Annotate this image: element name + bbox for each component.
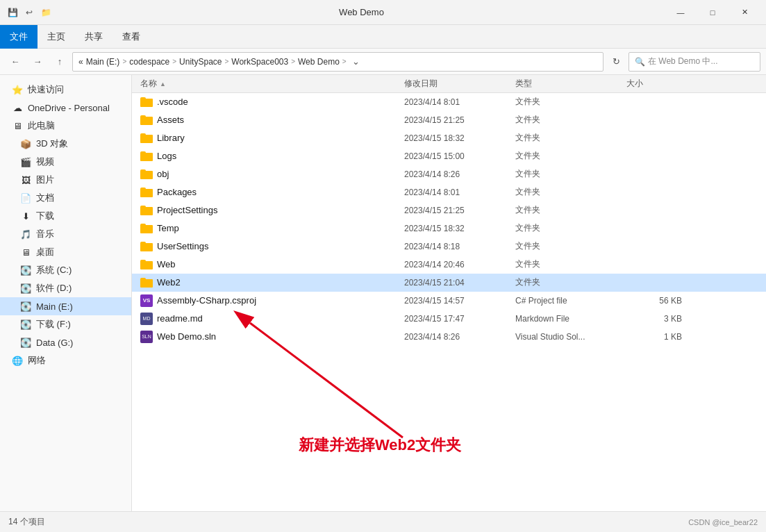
maximize-button[interactable]: □ [697,0,728,25]
sidebar-item-this-pc[interactable]: 🖥 此电脑 [0,117,131,135]
sidebar-item-c[interactable]: 💽 系统 (C:) [0,261,131,279]
file-name: Assets [157,115,184,125]
file-name-cell: Library [140,133,404,143]
col-size[interactable]: 大小 [626,78,682,90]
search-box[interactable]: 🔍 在 Web Demo 中... [628,52,760,72]
file-name-cell: VS Assembly-CSharp.csproj [140,294,404,307]
title-bar-icons: 💾 ↩ 📁 [6,6,53,19]
file-list-container: 名称 ▲ 修改日期 类型 大小 .vscode 2023/4/14 8:01 文… [132,75,766,511]
sidebar-item-e[interactable]: 💽 Main (E:) [0,297,131,315]
sidebar-item-f[interactable]: 💽 下载 (F:) [0,315,131,333]
sln-icon: SLN [140,331,153,343]
folder-icon [140,169,153,179]
table-row[interactable]: obj 2023/4/14 8:26 文件夹 [132,165,766,183]
undo-icon[interactable]: ↩ [22,6,36,19]
file-date-cell: 2023/4/15 14:57 [404,296,515,306]
file-type-cell: 文件夹 [515,258,626,270]
sidebar-item-g[interactable]: 💽 Data (G:) [0,333,131,351]
table-row[interactable]: SLN Web Demo.sln 2023/4/14 8:26 Visual S… [132,328,766,346]
address-bar[interactable]: « Main (E:) > codespace > UnitySpace > W… [72,52,603,72]
file-name-cell: Packages [140,187,404,197]
sidebar-item-documents[interactable]: 📄 文档 [0,189,131,207]
table-row[interactable]: Library 2023/4/15 18:32 文件夹 [132,129,766,147]
sidebar-label-3d: 3D 对象 [36,138,68,150]
file-name: ProjectSettings [157,205,217,215]
refresh-button[interactable]: ↻ [606,52,626,72]
window-controls: — □ ✕ [665,0,760,25]
close-button[interactable]: ✕ [728,0,760,25]
file-type-cell: Markdown File [515,314,626,324]
file-type-cell: 文件夹 [515,168,626,180]
sidebar-item-3d[interactable]: 📦 3D 对象 [0,135,131,153]
download-icon: ⬇ [19,210,32,222]
file-name: Web Demo.sln [157,331,216,342]
save-icon[interactable]: 💾 [6,6,19,19]
pc-icon: 🖥 [11,119,24,132]
file-date-cell: 2023/4/14 8:01 [404,188,515,197]
sidebar-item-quick-access[interactable]: ⭐ 快速访问 [0,81,131,99]
table-row[interactable]: Web 2023/4/14 20:46 文件夹 [132,256,766,274]
table-row[interactable]: UserSettings 2023/4/14 8:18 文件夹 [132,238,766,256]
csproj-icon: VS [140,294,153,307]
table-row[interactable]: MD readme.md 2023/4/15 17:47 Markdown Fi… [132,310,766,328]
table-row[interactable]: VS Assembly-CSharp.csproj 2023/4/15 14:5… [132,292,766,310]
file-name-cell: Logs [140,151,404,161]
table-row[interactable]: ProjectSettings 2023/4/15 21:25 文件夹 [132,201,766,219]
table-row[interactable]: Web2 2023/4/15 21:04 文件夹 [132,274,766,292]
document-icon: 📄 [19,192,32,204]
sidebar-item-network[interactable]: 🌐 网络 [0,351,131,369]
file-name: Logs [157,151,176,161]
file-name-cell: MD readme.md [140,313,404,325]
file-name-cell: ProjectSettings [140,205,404,215]
table-row[interactable]: Temp 2023/4/15 18:32 文件夹 [132,219,766,238]
file-type-cell: 文件夹 [515,204,626,216]
file-name-cell: obj [140,169,404,179]
file-name: UserSettings [157,241,208,251]
folder-icon: 📁 [39,6,53,19]
file-name: Packages [157,187,197,197]
folder-icon [140,278,153,288]
table-row[interactable]: .vscode 2023/4/14 8:01 文件夹 [132,93,766,111]
sidebar-item-pictures[interactable]: 🖼 图片 [0,171,131,189]
ribbon-tab-file[interactable]: 文件 [0,25,38,49]
table-row[interactable]: Assets 2023/4/15 21:25 文件夹 [132,111,766,129]
sidebar-label-network: 网络 [28,354,46,367]
file-type-cell: C# Project file [515,296,626,306]
file-name: readme.md [157,313,203,324]
ribbon-tab-share[interactable]: 共享 [75,25,113,49]
sidebar-item-onedrive[interactable]: ☁ OneDrive - Personal [0,99,131,117]
back-button[interactable]: ← [6,52,25,72]
address-path: « Main (E:) > codespace > UnitySpace > W… [78,57,347,67]
file-type-cell: Visual Studio Sol... [515,332,626,342]
file-date-cell: 2023/4/14 8:26 [404,169,515,179]
address-dropdown-button[interactable]: ⌄ [347,52,366,72]
picture-icon: 🖼 [19,174,32,186]
file-date-cell: 2023/4/15 21:25 [404,206,515,215]
file-name: Web [157,259,176,269]
table-row[interactable]: Packages 2023/4/14 8:01 文件夹 [132,183,766,201]
cloud-icon: ☁ [11,101,24,114]
col-type[interactable]: 类型 [515,78,626,90]
sidebar-item-desktop[interactable]: 🖥 桌面 [0,243,131,261]
file-type-cell: 文件夹 [515,186,626,198]
file-name: obj [157,169,169,179]
sidebar-item-video[interactable]: 🎬 视频 [0,153,131,171]
col-date[interactable]: 修改日期 [404,78,515,90]
sidebar-item-downloads[interactable]: ⬇ 下载 [0,207,131,225]
ribbon-tab-view[interactable]: 查看 [113,25,150,49]
up-button[interactable]: ↑ [50,52,69,72]
forward-button[interactable]: → [28,52,47,72]
3d-icon: 📦 [19,138,32,150]
chevron-2: > [172,58,176,65]
minimize-button[interactable]: — [665,0,697,25]
ribbon-tab-home[interactable]: 主页 [38,25,75,49]
file-size-cell: 3 KB [626,314,682,324]
sidebar-item-d[interactable]: 💽 软件 (D:) [0,279,131,297]
col-name[interactable]: 名称 ▲ [140,78,404,90]
file-date-cell: 2023/4/15 21:04 [404,278,515,288]
sidebar-item-music[interactable]: 🎵 音乐 [0,225,131,243]
file-size-cell: 56 KB [626,296,682,306]
drive-d-icon: 💽 [19,282,32,294]
table-row[interactable]: Logs 2023/4/15 15:00 文件夹 [132,147,766,165]
item-count: 14 个项目 [8,516,45,528]
